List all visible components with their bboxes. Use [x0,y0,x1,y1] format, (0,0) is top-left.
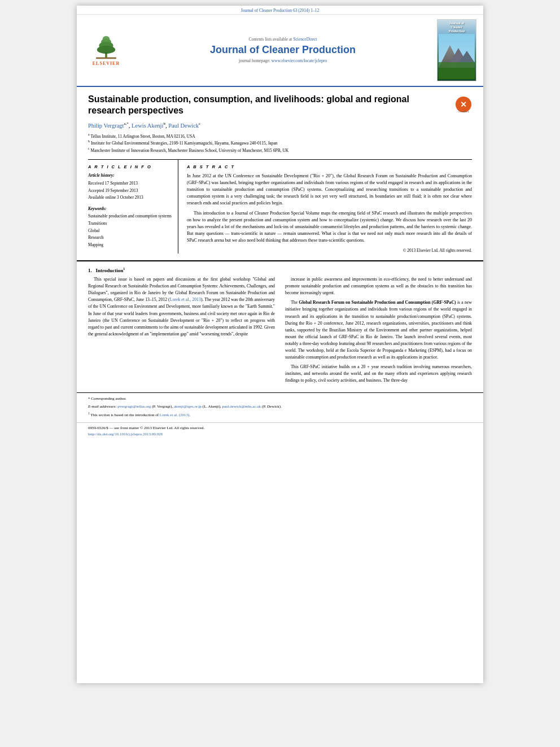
author-lewis: Lewis Akenji [132,123,163,129]
affil-b: b Institute for Global Environmental Str… [88,139,472,146]
abstract-para-2: This introduction to a Journal of Cleane… [187,210,472,244]
keywords-label: Keywords: [88,206,172,211]
svg-text:CrossMark: CrossMark [458,110,469,113]
copyright-notice: © 2013 Elsevier Ltd. All rights reserved… [187,247,472,254]
svg-rect-11 [439,68,475,79]
intro-body-columns: This special issue is based on papers an… [88,276,472,387]
author-paul: Paul Dewick [168,123,199,129]
doi-line: http://dx.doi.org/10.1016/j.jclepro.2013… [88,432,472,436]
svg-rect-5 [96,57,116,59]
sciencedirect-link[interactable]: ScienceDirect [293,37,317,42]
crossmark-icon[interactable]: ✕ CrossMark [455,96,472,113]
keyword-2: Transitions [88,220,172,228]
bottom-bar: 0959-6526/$ — see front matter © 2013 El… [77,422,483,439]
abstract-para-1: In June 2012 at the UN Conference on Sus… [187,173,472,207]
date-online: Available online 3 October 2013 [88,194,172,202]
abstract: A B S T R A C T In June 2012 at the UN C… [187,160,472,254]
sciencedirect-prefix: Contents lists available at [249,37,294,42]
cover-scene-icon [439,34,475,79]
elsevier-tree-icon [89,34,123,60]
journal-title-area: Contents lists available at ScienceDirec… [134,19,431,81]
journal-citation: Journal of Cleaner Production 63 (2014) … [241,8,319,13]
citation-lorek-2013[interactable]: Lorek et al., 2013 [170,297,201,302]
journal-homepage: journal homepage: www.elsevier.com/locat… [134,58,431,63]
affil-a: a Tellus Institute, 11 Arlington Street,… [88,132,472,139]
svg-text:✕: ✕ [460,100,467,109]
article-title: Sustainable production, consumption, and… [88,94,449,117]
citation-lorek-2013-fn[interactable]: Lorek et al. (2013) [160,413,189,417]
issn-line: 0959-6526/$ — see front matter © 2013 El… [88,426,472,430]
author-philip: Philip Vergragt [88,123,124,129]
date-accepted: Accepted 19 September 2013 [88,187,172,195]
author-philip-sup: a,* [124,121,129,126]
keyword-1: Sustainable production and consumption s… [88,213,172,220]
abstract-heading: A B S T R A C T [187,164,472,169]
email-akenji[interactable]: akenji@iges.or.jp [174,404,202,409]
keyword-5: Mapping [88,242,172,249]
crossmark-svg: ✕ CrossMark [455,96,472,113]
journal-header: ELSEVIER Contents lists available at Sci… [77,15,483,87]
date-received: Received 17 September 2013 [88,180,172,187]
article-info: A R T I C L E I N F O Article history: R… [88,160,178,254]
page: Journal of Cleaner Production 63 (2014) … [77,6,483,683]
homepage-url[interactable]: www.elsevier.com/locate/jclepro [272,58,327,63]
footnote-emails: E-mail addresses: pvergragt@tellus.org (… [88,404,472,410]
author-paul-sup: c [199,121,200,126]
body-para-2: increase in public awareness and improve… [285,276,472,296]
top-bar: Journal of Cleaner Production 63 (2014) … [77,6,483,15]
keyword-3: Global [88,228,172,235]
footnote-corresponding: * Corresponding author. [88,396,472,402]
elsevier-logo: ELSEVIER [84,19,129,81]
article-history-label: Article history: [88,173,172,178]
abstract-text: In June 2012 at the UN Conference on Sus… [187,173,472,254]
body-col-left: This special issue is based on papers an… [88,276,275,387]
article-info-heading: A R T I C L E I N F O [88,164,172,169]
footnote-area: * Corresponding author. E-mail addresses… [77,392,483,422]
title-row: Sustainable production, consumption, and… [88,94,472,122]
homepage-prefix: journal homepage: [239,58,272,63]
body-col-right: increase in public awareness and improve… [285,276,472,387]
body-para-1: This special issue is based on papers an… [88,276,275,338]
sciencedirect-line: Contents lists available at ScienceDirec… [134,37,431,42]
journal-main-title: Journal of Cleaner Production [134,44,431,56]
cover-journal-label: Journal ofCleanerProduction [449,21,465,34]
keyword-4: Research [88,234,172,242]
body-para-4: This GRF-SPaC initiative builds on a 20 … [285,364,472,384]
intro-section-heading: 1. Introduction1 [88,267,472,273]
article-dates: Received 17 September 2013 Accepted 19 S… [88,180,172,202]
keywords-list: Sustainable production and consumption s… [88,213,172,249]
body-para-3: The Global Research Forum on Sustainable… [285,299,472,361]
elsevier-text: ELSEVIER [93,61,120,66]
article-info-abstract: A R T I C L E I N F O Article history: R… [88,159,472,254]
svg-point-4 [103,36,110,42]
cover-image: Journal ofCleanerProduction [437,19,476,81]
footnote-1: 1 This section is based on the introduct… [88,411,472,419]
affil-c: c Manchester Institute of Innovation Res… [88,146,472,154]
authors-line: Philip Vergragta,*, Lewis Akenjib, Paul … [88,121,472,129]
author-lewis-sup: b [163,121,165,126]
body-area: 1. Introduction1 This special issue is b… [77,260,483,392]
affiliations: a Tellus Institute, 11 Arlington Street,… [88,132,472,154]
email-pvergragt[interactable]: pvergragt@tellus.org [117,404,151,409]
doi-link[interactable]: http://dx.doi.org/10.1016/j.jclepro.2013… [88,432,163,436]
email-dewick[interactable]: paul.dewick@mbs.ac.uk [222,404,261,409]
article-content: Sustainable production, consumption, and… [77,87,483,261]
